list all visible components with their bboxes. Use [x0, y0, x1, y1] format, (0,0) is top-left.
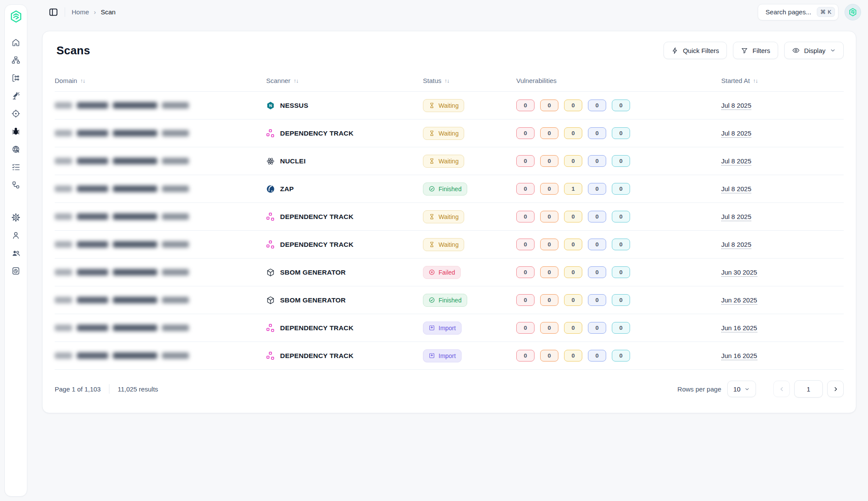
redacted-text-blob — [162, 158, 189, 164]
domain-redacted — [55, 352, 266, 359]
status-icon — [429, 325, 435, 331]
search-shortcut-kbd: ⌘ K — [817, 7, 835, 17]
vuln-chip-critical: 0 — [516, 266, 535, 278]
sidebar-item-workflow[interactable] — [7, 176, 25, 194]
scanner-icon — [266, 212, 275, 221]
table-row[interactable]: DEPENDENCY TRACK Import 00000 Jun 16 202… — [55, 342, 844, 369]
status-badge: Failed — [423, 266, 461, 279]
vuln-chip-low: 0 — [588, 155, 606, 167]
lightning-icon — [671, 47, 679, 54]
domain-redacted — [55, 158, 266, 164]
table-row[interactable]: ZAP Finished 00100 Jul 8 2025 — [55, 175, 844, 202]
vuln-chip-critical: 0 — [516, 155, 535, 167]
sidebar-item-sitemap[interactable] — [7, 51, 25, 69]
page-number-input[interactable]: 1 — [794, 380, 823, 398]
status-label: Waiting — [439, 158, 459, 165]
sidebar-item-team[interactable] — [7, 244, 25, 262]
redacted-text-blob — [77, 186, 108, 192]
table-row[interactable]: NUCLEI Waiting 00000 Jul 8 2025 — [55, 147, 844, 175]
breadcrumb-chevron-icon: › — [94, 8, 96, 16]
scanner-name: NUCLEI — [280, 157, 306, 165]
sidebar-item-scans[interactable] — [7, 123, 25, 140]
table-row[interactable]: DEPENDENCY TRACK Waiting 00000 Jul 8 202… — [55, 230, 844, 258]
table-row[interactable]: SBOM GENERATOR Finished 00000 Jun 26 202… — [55, 286, 844, 314]
scanner-cell: NUCLEI — [266, 157, 423, 166]
status-badge: Finished — [423, 182, 467, 196]
redacted-text-blob — [55, 325, 72, 331]
status-icon — [429, 352, 435, 359]
sidebar-item-user[interactable] — [7, 226, 25, 244]
column-header-status[interactable]: Status ↑↓ — [423, 77, 516, 84]
redacted-text-blob — [77, 352, 108, 359]
chevron-right-icon — [832, 386, 839, 392]
panel-toggle-icon — [49, 7, 58, 17]
status-icon — [429, 186, 435, 192]
sidebar-item-radar[interactable] — [7, 87, 25, 105]
vuln-chip-low: 0 — [588, 322, 606, 334]
status-badge: Waiting — [423, 210, 464, 223]
column-header-domain[interactable]: Domain ↑↓ — [55, 77, 266, 84]
filters-button[interactable]: Filters — [733, 42, 778, 59]
sidebar-item-home[interactable] — [7, 33, 25, 51]
home-icon — [11, 38, 20, 47]
redacted-text-blob — [77, 158, 108, 164]
search-placeholder: Search pages... — [766, 8, 811, 16]
redacted-text-blob — [77, 102, 108, 109]
vulnerability-counts: 00100 — [516, 183, 721, 195]
redacted-text-blob — [55, 130, 72, 136]
started-at-date: Jul 8 2025 — [721, 157, 751, 166]
sidebar-item-settings[interactable] — [7, 209, 25, 226]
vuln-chip-info: 0 — [612, 211, 630, 222]
redacted-text-blob — [162, 186, 189, 192]
vuln-chip-info: 0 — [612, 266, 630, 278]
vuln-chip-medium: 0 — [564, 100, 582, 111]
sidebar-item-checklist[interactable] — [7, 158, 25, 176]
breadcrumb-home[interactable]: Home — [72, 8, 89, 16]
table-row[interactable]: N NESSUS Waiting 00000 Jul 8 2025 — [55, 91, 844, 119]
scanner-name: SBOM GENERATOR — [280, 269, 346, 276]
vuln-chip-info: 0 — [612, 155, 630, 167]
quick-filters-button[interactable]: Quick Filters — [663, 42, 727, 59]
domain-redacted — [55, 269, 266, 275]
redacted-text-blob — [162, 325, 189, 331]
sidebar-item-target[interactable] — [7, 105, 25, 123]
redacted-text-blob — [113, 241, 157, 248]
avatar[interactable] — [845, 4, 861, 20]
column-header-scanner[interactable]: Scanner ↑↓ — [266, 77, 423, 84]
column-header-started-at[interactable]: Started At ↑↓ — [721, 77, 844, 84]
redacted-text-blob — [55, 297, 72, 303]
redacted-text-blob — [55, 102, 72, 109]
table-row[interactable]: DEPENDENCY TRACK Import 00000 Jun 16 202… — [55, 314, 844, 342]
scanner-cell: SBOM GENERATOR — [266, 268, 423, 277]
bug-icon — [11, 127, 20, 136]
display-button[interactable]: Display — [784, 42, 844, 59]
status-label: Waiting — [439, 241, 459, 248]
started-at-date: Jul 8 2025 — [721, 185, 751, 193]
sidebar-item-web[interactable] — [7, 140, 25, 158]
sidebar-item-scan-config[interactable] — [7, 69, 25, 87]
table-header-row: Domain ↑↓ Scanner ↑↓ Status ↑↓ Vulnerabi… — [55, 70, 844, 91]
table-row[interactable]: SBOM GENERATOR Failed 00000 Jun 30 2025 — [55, 258, 844, 286]
table-row[interactable]: DEPENDENCY TRACK Waiting 00000 Jul 8 202… — [55, 119, 844, 147]
domain-redacted — [55, 241, 266, 248]
eye-icon — [792, 46, 800, 54]
vuln-chip-info: 0 — [612, 294, 630, 306]
redacted-text-blob — [113, 102, 157, 109]
table-row[interactable]: DEPENDENCY TRACK Waiting 00000 Jul 8 202… — [55, 202, 844, 230]
sort-icon: ↑↓ — [445, 77, 449, 84]
avatar-logo-icon — [848, 8, 857, 17]
rows-per-page-select[interactable]: 10 — [727, 381, 756, 397]
chevron-down-icon — [830, 47, 836, 53]
next-page-button[interactable] — [827, 381, 844, 397]
sidebar-toggle-button[interactable] — [49, 7, 58, 17]
vuln-chip-high: 0 — [540, 239, 558, 250]
app-logo[interactable] — [10, 10, 23, 23]
search-input[interactable]: Search pages... ⌘ K — [758, 4, 838, 20]
sidebar-item-activity-log[interactable] — [7, 262, 25, 280]
quick-filters-label: Quick Filters — [683, 47, 719, 54]
toolbar: Quick Filters Filters Display — [663, 42, 844, 59]
vuln-chip-critical: 0 — [516, 239, 535, 250]
previous-page-button[interactable] — [773, 381, 790, 397]
table-footer: Page 1 of 1,103 11,025 results Rows per … — [55, 369, 844, 408]
scanner-name: DEPENDENCY TRACK — [280, 213, 353, 221]
